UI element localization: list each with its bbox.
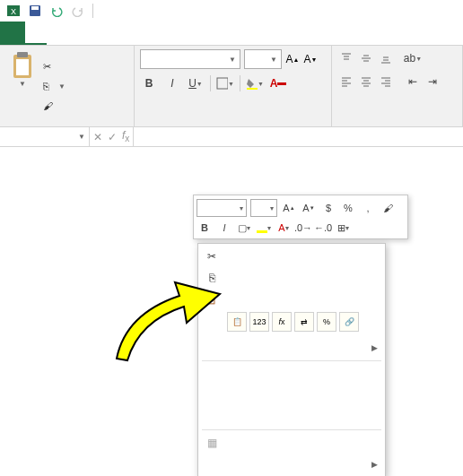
font-color-button[interactable]: A [269,74,287,92]
clipboard-group-label [5,123,128,125]
ribbon: ▼ ✂ ⎘▼ 🖌 ▼ ▼ A▲ A▼ B I U▼ ▼ [0,45,463,127]
clipboard-icon: 📋 [204,292,217,305]
ctx-cut[interactable]: ✂ [198,246,385,267]
font-size-select[interactable]: ▼ [244,49,282,69]
ctx-filter[interactable]: ▶ [198,454,385,475]
mini-merge-icon[interactable]: ⊞▾ [335,219,351,237]
ribbon-tabs [0,22,463,45]
ctx-insert-copied[interactable] [198,363,385,385]
tab-page-layout[interactable] [68,22,90,45]
align-middle-icon[interactable] [357,49,375,67]
mini-fill-icon[interactable]: ▾ [256,219,272,237]
mini-percent-icon[interactable]: % [340,199,356,217]
paste-formatting-icon[interactable]: % [317,312,336,332]
paste-formulas-icon[interactable]: fx [272,312,292,332]
align-top-icon[interactable] [337,49,355,67]
ctx-paste-options-header: 📋 [198,289,385,308]
mini-inc-decimal-icon[interactable]: .0→ [295,219,311,237]
copy-button[interactable]: ⎘▼ [43,77,66,95]
grow-font-icon[interactable]: A▲ [285,50,300,68]
tab-formulas[interactable] [90,22,111,45]
formula-bar: ▼ ✕ ✓ fx [0,127,463,147]
alignment-group-label [337,123,457,125]
align-left-icon[interactable] [337,73,355,91]
align-center-icon[interactable] [357,73,375,91]
svg-rect-9 [277,82,286,85]
mini-border-icon[interactable]: ▢▾ [236,219,252,237]
font-family-select[interactable]: ▼ [140,49,240,69]
align-right-icon[interactable] [377,73,395,91]
quick-analysis-icon: ▦ [204,437,220,449]
clipboard-icon [10,51,35,80]
paste-button[interactable]: ▼ [5,49,39,123]
submenu-arrow-icon: ▶ [371,343,378,352]
scissors-icon: ✂ [204,250,220,263]
align-bottom-icon[interactable] [377,49,395,67]
font-group-label [140,123,326,125]
mini-format-painter-icon[interactable]: 🖌 [380,199,396,217]
ctx-paste-special[interactable]: ▶ [198,337,385,359]
fx-icon[interactable]: fx [122,129,129,143]
ctx-delete[interactable] [198,385,385,406]
mini-currency-icon[interactable]: $ [320,199,336,217]
paste-transpose-icon[interactable]: ⇄ [294,312,314,332]
svg-rect-7 [217,78,228,89]
paste-values-icon[interactable]: 123 [249,312,269,332]
copy-icon: ⎘ [204,272,220,284]
tab-home[interactable] [25,22,47,45]
excel-icon: X [4,2,23,20]
formula-input[interactable] [134,127,463,146]
fill-color-button[interactable]: ▼ [246,74,264,92]
ctx-copy[interactable]: ⎘ [198,267,385,289]
mini-comma-icon[interactable]: , [360,199,376,217]
indent-decrease-icon[interactable]: ⇤ [404,73,422,91]
shrink-font-icon[interactable]: A▼ [303,50,318,68]
brush-icon: 🖌 [43,100,53,111]
cancel-icon[interactable]: ✕ [93,131,102,143]
paste-all-icon[interactable]: 📋 [227,312,247,332]
tab-data[interactable] [111,22,133,45]
paste-link-icon[interactable]: 🔗 [339,312,359,332]
save-icon[interactable] [25,2,45,20]
svg-rect-31 [257,230,267,233]
tab-insert[interactable] [47,22,68,45]
svg-rect-6 [16,59,29,75]
name-box[interactable]: ▼ [0,127,90,146]
mini-size-select[interactable]: ▾ [250,199,277,217]
format-painter-button[interactable]: 🖌 [43,97,66,115]
underline-button[interactable]: U▼ [187,74,205,92]
undo-icon[interactable] [47,2,66,20]
mini-dec-decimal-icon[interactable]: ←.0 [315,219,331,237]
submenu-arrow-icon: ▶ [371,460,378,469]
mini-shrink-font-icon[interactable]: A▼ [301,199,317,217]
enter-icon[interactable]: ✓ [108,131,117,143]
indent-increase-icon[interactable]: ⇥ [424,73,441,91]
svg-text:X: X [11,7,16,16]
ctx-quick-analysis: ▦ [198,432,385,454]
border-button[interactable]: ▼ [216,74,234,92]
mini-fontcolor-icon[interactable]: A▾ [275,219,292,237]
redo-icon[interactable] [68,2,88,20]
scissors-icon: ✂ [43,61,51,73]
orientation-icon[interactable]: ab▼ [404,49,422,67]
mini-grow-font-icon[interactable]: A▲ [281,199,297,217]
svg-rect-8 [247,88,258,90]
mini-font-select[interactable]: ▾ [197,199,247,217]
mini-bold-icon[interactable]: B [197,219,213,237]
ctx-clear-contents[interactable] [198,406,385,428]
cut-button[interactable]: ✂ [43,57,66,75]
svg-rect-3 [31,6,39,10]
context-menu: ✂ ⎘ 📋 📋 123 fx ⇄ % 🔗 ▶ ▦ ▶ [197,243,386,476]
quick-access-toolbar: X [0,0,463,22]
mini-italic-icon[interactable]: I [216,219,232,237]
mini-toolbar: ▾ ▾ A▲ A▼ $ % , 🖌 B I ▢▾ ▾ A▾ .0→ ←.0 ⊞▾ [193,195,408,239]
bold-button[interactable]: B [140,74,158,92]
tab-review[interactable] [133,22,154,45]
copy-icon: ⎘ [43,81,49,91]
italic-button[interactable]: I [163,74,181,92]
tab-file[interactable] [0,22,25,45]
svg-rect-5 [17,52,28,57]
